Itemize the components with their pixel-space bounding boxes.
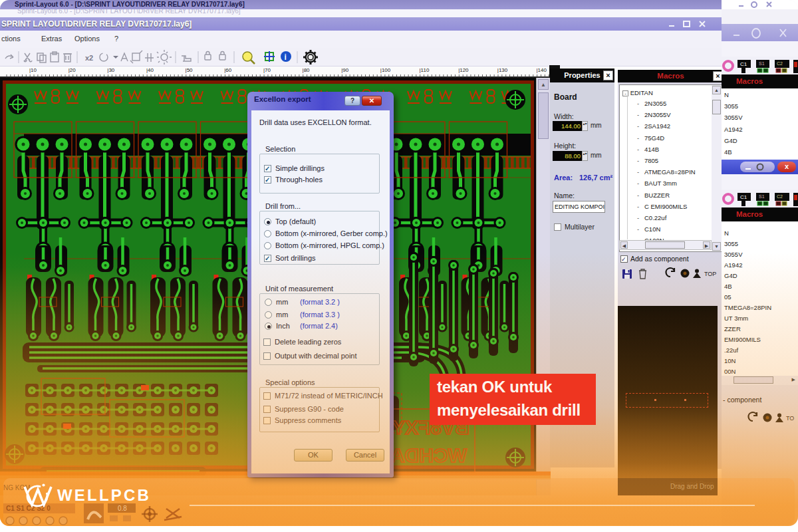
svg-text:|80: |80 [303, 67, 311, 73]
svg-text:x2: x2 [85, 54, 93, 62]
svg-text:|30: |30 [107, 67, 115, 73]
svg-text:TOP: TOP [704, 271, 716, 277]
svg-text:|50: |50 [186, 67, 194, 73]
svg-text:|110: |110 [420, 67, 430, 73]
svg-text:|10: |10 [29, 67, 37, 73]
svg-text:|40: |40 [146, 67, 154, 73]
svg-text:|100: |100 [380, 67, 391, 73]
svg-text:|120: |120 [458, 67, 469, 73]
svg-text:C2: C2 [777, 194, 783, 199]
svg-text:C2: C2 [777, 61, 783, 66]
svg-text:S1: S1 [759, 61, 765, 66]
svg-text:TO: TO [786, 415, 794, 422]
svg-text:|20: |20 [68, 67, 76, 73]
svg-text:WELLPCB: WELLPCB [57, 486, 151, 504]
svg-text:C1: C1 [740, 61, 747, 67]
svg-text:C1: C1 [740, 194, 747, 200]
svg-text:i: i [285, 53, 287, 62]
svg-text:|70: |70 [263, 67, 271, 73]
svg-text:|130: |130 [497, 67, 508, 73]
svg-text:|90: |90 [341, 67, 349, 73]
svg-text:|60: |60 [224, 67, 232, 73]
svg-text:S1: S1 [759, 194, 765, 199]
svg-text:|140: |140 [536, 67, 547, 73]
